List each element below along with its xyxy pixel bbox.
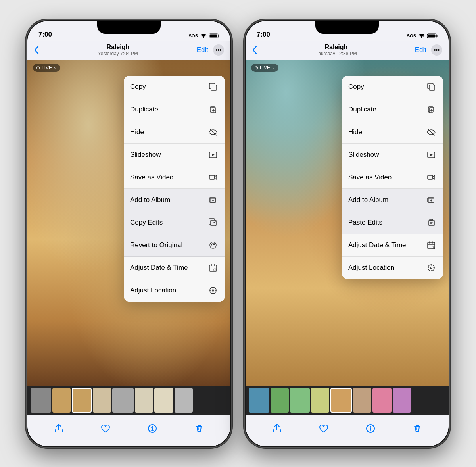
menu-item-copyedits-1[interactable]: Copy Edits (124, 211, 225, 234)
menu-item-slideshow-1[interactable]: Slideshow (124, 144, 225, 166)
right-thumb-5-selected[interactable] (330, 388, 352, 413)
svg-rect-41 (437, 35, 438, 37)
album-icon-1 (207, 194, 219, 206)
menu-label-location-1: Adjust Location (130, 286, 176, 294)
svg-rect-12 (209, 175, 215, 179)
menu-label-duplicate-2: Duplicate (348, 106, 376, 113)
share-button-2[interactable] (268, 420, 286, 437)
slideshow-icon-1 (207, 149, 219, 160)
right-thumb-1[interactable] (249, 388, 269, 413)
thumb-6[interactable] (135, 388, 153, 413)
menu-label-revert-1: Revert to Original (130, 241, 182, 249)
info-button-2[interactable] (362, 420, 379, 437)
menu-item-addalbum-2[interactable]: Add to Album (342, 189, 443, 211)
menu-label-location-2: Adjust Location (348, 264, 394, 272)
thumb-3-selected[interactable] (72, 388, 92, 413)
location-icon-1 (207, 285, 219, 296)
menu-item-revert-1[interactable]: Revert to Original (124, 234, 225, 257)
menu-item-addalbum-1[interactable]: Add to Album (124, 189, 225, 211)
right-thumb-4[interactable] (311, 388, 329, 413)
right-thumb-3[interactable] (290, 388, 310, 413)
menu-label-datetime-2: Adjust Date & Time (348, 241, 406, 249)
menu-label-hide-1: Hide (130, 128, 144, 136)
nav-more-button-1[interactable]: ••• (213, 44, 224, 56)
thumb-7[interactable] (154, 388, 173, 413)
delete-button-1[interactable] (190, 420, 208, 437)
menu-item-duplicate-1[interactable]: Duplicate (124, 98, 225, 121)
datetime-icon-2 (426, 240, 437, 251)
live-dot-2: ⊙ (254, 65, 258, 71)
nav-back-1[interactable] (34, 46, 39, 54)
svg-point-19 (210, 242, 216, 248)
right-thumb-6[interactable] (353, 388, 371, 413)
menu-label-datetime-1: Adjust Date & Time (130, 264, 188, 272)
live-dot-1: ⊙ (36, 65, 40, 71)
menu-label-slideshow-2: Slideshow (348, 151, 379, 159)
live-badge-2[interactable]: ⊙ LIVE ∨ (251, 64, 278, 72)
menu-item-slideshow-2[interactable]: Slideshow (342, 144, 443, 166)
thumb-4[interactable] (93, 388, 111, 413)
nav-subtitle-1: Yesterday 7:04 PM (98, 51, 138, 56)
menu-label-savevideo-1: Save as Video (130, 173, 173, 181)
hide-icon-2 (426, 127, 437, 138)
bottom-toolbar-2 (246, 415, 449, 446)
photo-area-1: ⊙ LIVE ∨ Copy Duplicate (27, 60, 230, 386)
sos-label-1: SOS (189, 33, 198, 38)
back-chevron-icon-2 (252, 46, 257, 54)
status-icons-2: SOS (407, 33, 438, 38)
menu-item-copy-2[interactable]: Copy (342, 76, 443, 98)
location-icon-2 (426, 262, 437, 273)
nav-back-2[interactable] (252, 46, 257, 54)
right-thumb-2[interactable] (271, 388, 289, 413)
right-thumb-7[interactable] (372, 388, 392, 413)
delete-button-2[interactable] (409, 420, 426, 437)
svg-rect-51 (428, 175, 433, 179)
svg-marker-13 (215, 175, 217, 179)
status-icons-1: SOS (189, 33, 219, 38)
thumb-5[interactable] (112, 388, 134, 413)
favorite-button-2[interactable] (315, 420, 332, 437)
share-button-1[interactable] (50, 420, 67, 437)
menu-item-datetime-2[interactable]: Adjust Date & Time (342, 234, 443, 257)
thumb-1[interactable] (31, 388, 51, 413)
nav-center-1: Raleigh Yesterday 7:04 PM (98, 44, 138, 56)
battery-icon-2 (427, 33, 438, 38)
menu-item-duplicate-2[interactable]: Duplicate (342, 98, 443, 121)
live-badge-1[interactable]: ⊙ LIVE ∨ (33, 64, 60, 72)
svg-rect-4 (211, 85, 217, 90)
nav-edit-2[interactable]: Edit (415, 46, 426, 54)
live-label-1: LIVE (42, 65, 52, 71)
menu-label-copy-2: Copy (348, 83, 364, 91)
nav-edit-1[interactable]: Edit (197, 46, 208, 54)
status-time-1: 7:00 (38, 31, 52, 38)
favorite-button-1[interactable] (97, 420, 114, 437)
menu-item-location-1[interactable]: Adjust Location (124, 279, 225, 302)
thumb-8[interactable] (175, 388, 193, 413)
nav-actions-1: Edit ••• (197, 44, 224, 56)
duplicate-icon-2 (426, 104, 437, 115)
nav-more-button-2[interactable]: ••• (431, 44, 442, 56)
live-chevron-2: ∨ (272, 65, 275, 71)
menu-item-savevideo-2[interactable]: Save as Video (342, 166, 443, 189)
scene: 7:00 SOS (26, 19, 450, 448)
right-thumb-8[interactable] (393, 388, 411, 413)
info-button-1[interactable]: ✦ (144, 420, 161, 437)
live-chevron-1: ∨ (54, 65, 57, 71)
thumbnail-strip-2 (246, 386, 449, 415)
menu-item-location-2[interactable]: Adjust Location (342, 257, 443, 279)
nav-title-2: Raleigh (315, 44, 357, 51)
menu-item-datetime-1[interactable]: Adjust Date & Time (124, 257, 225, 279)
menu-item-savevideo-1[interactable]: Save as Video (124, 166, 225, 189)
bottom-toolbar-1: ✦ (27, 415, 230, 446)
menu-item-copy-1[interactable]: Copy (124, 76, 225, 98)
copy-icon-2 (426, 81, 437, 92)
svg-rect-42 (428, 34, 436, 37)
menu-item-hide-2[interactable]: Hide (342, 121, 443, 144)
svg-rect-2 (219, 35, 219, 37)
nav-actions-2: Edit ••• (415, 44, 442, 56)
menu-item-pasteedits-2[interactable]: Paste Edits (342, 211, 443, 234)
menu-item-hide-1[interactable]: Hide (124, 121, 225, 144)
live-label-2: LIVE (260, 65, 270, 71)
svg-rect-57 (429, 220, 434, 226)
thumb-2[interactable] (52, 388, 71, 413)
